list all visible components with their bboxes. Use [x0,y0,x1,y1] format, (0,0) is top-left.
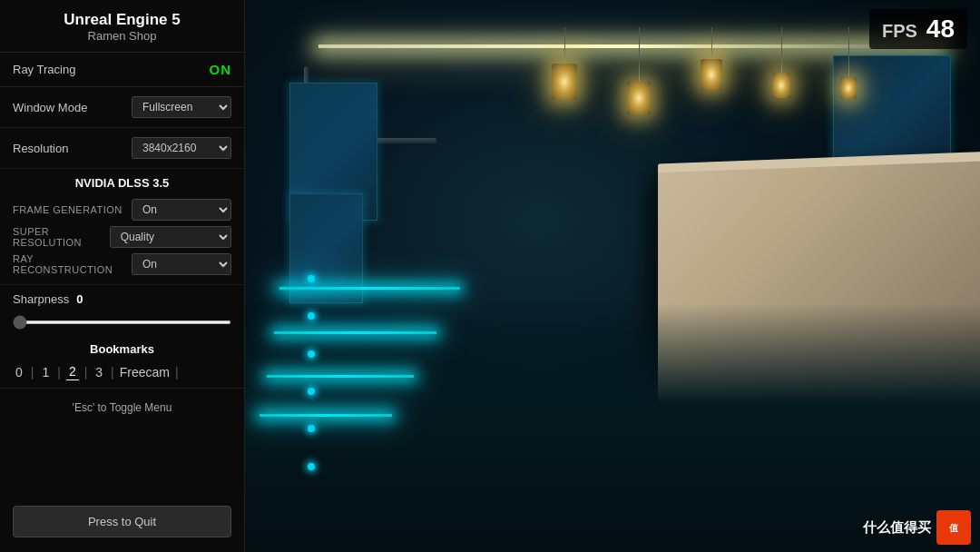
quit-button[interactable]: Press to Quit [13,506,231,537]
glow-dots [282,249,341,498]
sharpness-value: 0 [76,292,83,306]
ray-tracing-section: Ray Tracing ON [0,53,244,87]
app-title-section: Unreal Engine 5 Ramen Shop [0,0,244,53]
sharpness-row: Sharpness 0 [0,285,244,311]
sharpness-label: Sharpness [13,292,69,306]
lamp-3 [701,27,722,90]
bookmark-freecam[interactable]: Freecam [120,365,170,380]
frame-gen-label: FRAME GENERATION [13,204,122,215]
super-res-label: SUPER RESOLUTION [13,226,110,248]
ray-recon-label: RAY RECONSTRUCTION [13,253,132,275]
window-mode-select[interactable]: Fullscreen Windowed Borderless [132,96,231,118]
left-panel: Unreal Engine 5 Ramen Shop Ray Tracing O… [0,0,245,552]
watermark: 什么值得买 值 [863,510,971,545]
lamp-1 [552,27,577,100]
bookmark-1[interactable]: 1 [39,364,52,380]
dlss-section: NVIDIA DLSS 3.5 FRAME GENERATION On Off … [0,169,244,285]
ray-tracing-value: ON [210,62,232,77]
toggle-hint: 'Esc' to Toggle Menu [0,389,244,427]
frame-gen-select[interactable]: On Off [132,199,231,221]
ray-recon-select[interactable]: On Off [132,253,231,275]
resolution-select[interactable]: 3840x2160 2560x1440 1920x1080 1280x720 [132,137,231,159]
bookmarks-title: Bookmarks [13,342,231,356]
lamp-5 [840,27,857,99]
app-subtitle: Ramen Shop [9,29,235,43]
bookmarks-section: Bookmarks 0 | 1 | 2 | 3 | Freecam | [0,335,244,389]
super-res-select[interactable]: Quality Balanced Performance Ultra Perfo… [110,226,231,248]
lamp-2 [627,27,651,114]
glow-dot-3 [308,350,315,358]
app-title: Unreal Engine 5 [9,11,235,29]
glow-dot-4 [308,388,315,395]
glow-dot-5 [308,425,315,432]
glow-dot-2 [308,312,315,320]
dlss-title: NVIDIA DLSS 3.5 [13,169,231,193]
bookmark-2[interactable]: 2 [66,363,79,380]
resolution-section: Resolution 3840x2160 2560x1440 1920x1080… [0,128,244,169]
watermark-text: 什么值得买 [863,519,931,537]
bookmarks-list: 0 | 1 | 2 | 3 | Freecam | [13,363,231,380]
resolution-label: Resolution [13,142,68,155]
quit-button-container: Press to Quit [0,495,244,552]
sharpness-slider[interactable] [13,320,231,324]
glow-dot-6 [308,463,315,470]
lamp-row [503,27,907,114]
lamp-4 [772,27,790,98]
bookmark-0[interactable]: 0 [13,364,25,380]
ray-tracing-label: Ray Tracing [13,63,75,76]
fps-counter: FPS 48 [869,9,967,49]
watermark-logo: 值 [936,510,971,545]
bookmark-3[interactable]: 3 [93,364,105,380]
main-scene: FPS 48 什么值得买 值 [245,0,980,552]
fps-value: 48 [926,15,955,44]
window-mode-section: Window Mode Fullscreen Windowed Borderle… [0,87,244,128]
glow-dot-1 [308,275,315,282]
fps-label: FPS [882,21,917,42]
window-mode-label: Window Mode [13,101,87,114]
sharpness-slider-container [0,311,244,335]
